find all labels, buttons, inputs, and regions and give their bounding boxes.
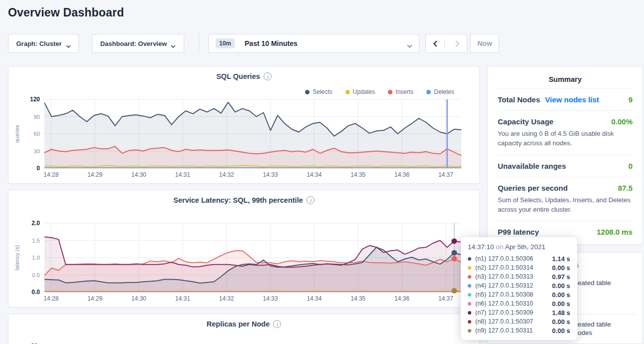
tooltip-row: (n7) 127.0.0.1:503091.48 s: [468, 308, 570, 317]
queries-per-second-value: 87.5: [618, 184, 633, 192]
now-button[interactable]: Now: [470, 34, 499, 53]
graph-dropdown[interactable]: Graph: Cluster: [8, 34, 79, 53]
svg-text:0: 0: [36, 165, 40, 172]
svg-text:0.0: 0.0: [31, 289, 40, 296]
time-next-button[interactable]: [449, 40, 467, 47]
node-color-dot-icon: [468, 284, 471, 288]
sql-queries-card: SQL Queries i Selects Updates Inserts De…: [8, 66, 480, 184]
event-item-fragment[interactable]: odes: [578, 329, 592, 337]
page-title: Overview Dashboard: [8, 6, 124, 19]
svg-text:14:37: 14:37: [438, 295, 453, 302]
svg-text:queries: queries: [14, 124, 20, 143]
total-nodes-value: 9: [629, 95, 633, 104]
p99-latency-label: P99 latency: [498, 228, 539, 236]
info-icon[interactable]: i: [273, 320, 281, 328]
chevron-down-icon: [66, 42, 71, 45]
svg-text:14:34: 14:34: [307, 171, 322, 178]
service-latency-chart[interactable]: 0.00.51.01.52.014:2814:2914:3014:3114:32…: [12, 217, 475, 304]
event-item-fragment[interactable]: eated table: [578, 321, 611, 328]
unavailable-ranges-stat: Unavailable ranges 0: [498, 155, 633, 177]
summary-title: Summary: [498, 73, 633, 88]
service-latency-title: Service Latency: SQL, 99th percentile: [173, 196, 303, 204]
time-prev-button[interactable]: [426, 40, 445, 47]
capacity-usage-description: You are using 0 B of 4.5 GiB usable disk…: [498, 129, 633, 148]
unavailable-ranges-label: Unavailable ranges: [498, 162, 566, 170]
node-color-dot-icon: [468, 266, 471, 270]
tooltip-row: (n3) 127.0.0.1:503130.97 s: [468, 272, 570, 281]
svg-text:14:29: 14:29: [87, 295, 102, 302]
info-icon[interactable]: i: [264, 72, 272, 80]
svg-text:14:33: 14:33: [263, 295, 278, 302]
p99-latency-value: 1208.0 ms: [597, 228, 633, 236]
sql-queries-title: SQL Queries: [216, 72, 260, 80]
service-latency-card: Service Latency: SQL, 99th percentile i …: [8, 190, 480, 308]
info-icon[interactable]: i: [307, 196, 315, 204]
tooltip-row: (n2) 127.0.0.1:503140.00 s: [468, 263, 570, 272]
svg-text:90: 90: [33, 114, 40, 120]
svg-text:14:35: 14:35: [350, 171, 365, 178]
svg-text:14:31: 14:31: [175, 171, 190, 178]
svg-text:1.5: 1.5: [32, 238, 40, 244]
controls-divider: [199, 33, 199, 54]
view-nodes-list-link[interactable]: View nodes list: [545, 95, 599, 104]
svg-text:2.0: 2.0: [31, 220, 40, 227]
chevron-down-icon: [171, 42, 176, 45]
dashboard-dropdown[interactable]: Dashboard: Overview: [92, 34, 184, 53]
svg-text:latency (s): latency (s): [14, 245, 20, 271]
svg-text:14:32: 14:32: [219, 295, 234, 302]
node-color-dot-icon: [468, 275, 471, 279]
total-nodes-label: Total Nodes: [498, 95, 540, 104]
svg-text:14:33: 14:33: [263, 171, 278, 178]
node-color-dot-icon: [468, 329, 471, 333]
tooltip-row: (n9) 127.0.0.1:503110.00 s: [468, 326, 570, 335]
queries-per-second-description: Sum of Selects, Updates, Inserts, and De…: [498, 196, 633, 215]
graph-dropdown-label: Graph: Cluster: [16, 40, 61, 47]
tooltip-row: (n1) 127.0.0.1:503061.14 s: [468, 254, 570, 263]
svg-text:14:32: 14:32: [219, 171, 234, 178]
svg-text:14:30: 14:30: [131, 295, 146, 302]
svg-text:14:28: 14:28: [43, 171, 58, 178]
queries-per-second-label: Queries per second: [498, 184, 568, 192]
time-range-picker[interactable]: 10m Past 10 Minutes: [208, 34, 419, 53]
tooltip-timestamp: 14:37:10 on Apr 5th, 2021: [468, 243, 570, 251]
svg-text:14:29: 14:29: [87, 171, 102, 178]
svg-text:14:36: 14:36: [394, 295, 409, 302]
sql-queries-chart[interactable]: 030609012014:2814:2914:3014:3114:3214:33…: [12, 93, 475, 180]
tooltip-row: (n8) 127.0.0.1:503070.00 s: [468, 317, 570, 326]
chevron-down-icon: [407, 42, 412, 45]
svg-text:14:28: 14:28: [43, 295, 58, 302]
svg-text:120: 120: [30, 96, 40, 103]
node-color-dot-icon: [468, 320, 471, 324]
chart-hover-tooltip: 14:37:10 on Apr 5th, 2021 (n1) 127.0.0.1…: [461, 237, 577, 340]
replicas-per-node-title: Replicas per Node: [207, 320, 270, 328]
dashboard-dropdown-label: Dashboard: Overview: [100, 40, 167, 47]
event-item-fragment[interactable]: eated table: [578, 279, 611, 287]
svg-text:60: 60: [33, 131, 40, 137]
tooltip-row: (n6) 127.0.0.1:503100.00 s: [468, 299, 570, 308]
replicas-per-node-card: Replicas per Node i 30: [8, 314, 480, 344]
svg-text:30: 30: [33, 148, 40, 154]
svg-text:14:35: 14:35: [350, 295, 365, 302]
capacity-usage-stat: Capacity Usage 0.00% You are using 0 B o…: [498, 110, 633, 155]
svg-text:14:36: 14:36: [394, 171, 409, 178]
svg-text:14:34: 14:34: [307, 295, 322, 302]
tooltip-row: (n5) 127.0.0.1:503080.00 s: [468, 290, 570, 299]
time-range-badge: 10m: [216, 38, 235, 48]
total-nodes-stat: Total Nodes View nodes list 9: [498, 88, 633, 110]
summary-panel: Summary Total Nodes View nodes list 9 Ca…: [487, 66, 643, 245]
node-color-dot-icon: [468, 257, 471, 261]
svg-text:0.5: 0.5: [32, 272, 40, 278]
time-range-label: Past 10 Minutes: [245, 39, 298, 47]
node-color-dot-icon: [468, 311, 471, 315]
node-color-dot-icon: [468, 293, 471, 297]
svg-text:1.0: 1.0: [32, 255, 40, 261]
svg-text:14:37: 14:37: [438, 171, 453, 178]
time-step-buttons: [425, 34, 467, 53]
capacity-usage-value: 0.00%: [611, 117, 633, 126]
queries-per-second-stat: Queries per second 87.5 Sum of Selects, …: [498, 177, 633, 221]
capacity-usage-label: Capacity Usage: [498, 117, 554, 126]
svg-text:14:30: 14:30: [131, 171, 146, 178]
tooltip-row: (n4) 127.0.0.1:503120.00 s: [468, 281, 570, 290]
node-color-dot-icon: [468, 302, 471, 306]
svg-text:14:31: 14:31: [175, 295, 190, 302]
